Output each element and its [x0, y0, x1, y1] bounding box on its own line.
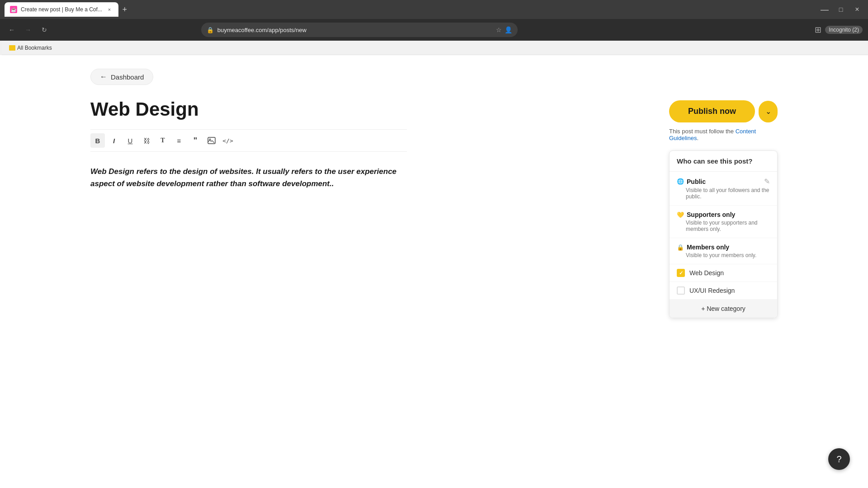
back-nav-button[interactable]: ←	[5, 23, 18, 36]
supporters-option-desc: Visible to your supporters and members o…	[686, 220, 770, 232]
members-option-desc: Visible to your members only.	[686, 252, 770, 258]
minimize-button[interactable]: —	[818, 3, 831, 16]
browser-toolbar: ← → ↻ 🔒 buymeacoffee.com/app/posts/new ☆…	[0, 19, 868, 41]
editor-area: Web Design B I U ⛓ T ≡ " </> Web Design …	[90, 99, 407, 190]
bookmark-folder-icon	[9, 45, 15, 51]
bold-button[interactable]: B	[90, 133, 105, 148]
visibility-section: Who can see this post? 🌐 Public ✎ Visibl…	[669, 150, 778, 318]
right-panel: Publish now ⌄ This post must follow the …	[669, 100, 778, 318]
code-button[interactable]: </>	[221, 133, 235, 148]
back-arrow-icon: ←	[100, 73, 107, 81]
italic-button[interactable]: I	[107, 133, 121, 148]
forward-nav-button[interactable]: →	[22, 23, 34, 36]
profile-icon[interactable]: 👤	[505, 26, 512, 33]
web-design-checkbox[interactable]	[677, 269, 685, 277]
bookmarks-label: All Bookmarks	[17, 45, 52, 51]
active-tab[interactable]: ☕ Create new post | Buy Me a Cof... ×	[5, 2, 118, 17]
star-icon[interactable]: ☆	[496, 26, 502, 33]
supporters-option-header: 💛 Supporters only	[677, 211, 770, 218]
image-button[interactable]	[204, 133, 219, 148]
browser-right-icons: ⊞ Incognito (2)	[815, 25, 863, 35]
post-body-content[interactable]: Web Design refers to the design of websi…	[90, 165, 407, 190]
address-icons: ☆ 👤	[496, 26, 512, 33]
page-content: ← Dashboard Web Design B I U ⛓ T ≡ " </>…	[0, 55, 868, 488]
maximize-button[interactable]: □	[835, 3, 847, 16]
content-guidelines-notice: This post must follow the Content Guidel…	[669, 128, 778, 141]
incognito-badge: Incognito (2)	[825, 26, 863, 34]
globe-icon: 🌐	[677, 178, 684, 185]
members-option-header: 🔒 Members only	[677, 244, 770, 251]
list-button[interactable]: ≡	[172, 133, 186, 148]
browser-chrome: ☕ Create new post | Buy Me a Cof... × + …	[0, 0, 868, 41]
new-category-button[interactable]: + New category	[670, 300, 777, 318]
link-button[interactable]: ⛓	[139, 133, 154, 148]
dashboard-label: Dashboard	[111, 73, 144, 81]
category-uxui-redesign[interactable]: UX/UI Redesign	[670, 282, 777, 300]
public-option-name: 🌐 Public	[677, 178, 706, 185]
new-tab-button[interactable]: +	[118, 3, 131, 16]
public-option-desc: Visible to all your followers and the pu…	[686, 187, 770, 200]
address-bar[interactable]: 🔒 buymeacoffee.com/app/posts/new ☆ 👤	[201, 23, 518, 37]
uxui-redesign-checkbox[interactable]	[677, 286, 685, 295]
tab-title: Create new post | Buy Me a Cof...	[21, 6, 102, 13]
supporters-option[interactable]: 💛 Supporters only Visible to your suppor…	[670, 206, 777, 238]
formatting-toolbar: B I U ⛓ T ≡ " </>	[90, 129, 407, 152]
quote-button[interactable]: "	[188, 133, 203, 148]
publish-dropdown-button[interactable]: ⌄	[759, 101, 778, 122]
svg-point-1	[209, 139, 211, 140]
category-web-design[interactable]: Web Design	[670, 264, 777, 282]
tab-favicon: ☕	[10, 6, 17, 13]
lock-icon: 🔒	[677, 244, 684, 251]
members-option[interactable]: 🔒 Members only Visible to your members o…	[670, 238, 777, 264]
post-title-input[interactable]: Web Design	[90, 99, 407, 120]
check-icon: ✎	[764, 177, 770, 186]
tab-close-button[interactable]: ×	[106, 6, 113, 13]
bookmarks-item[interactable]: All Bookmarks	[5, 44, 56, 52]
browser-titlebar: ☕ Create new post | Buy Me a Cof... × + …	[0, 0, 868, 19]
text-type-button[interactable]: T	[156, 133, 170, 148]
reload-button[interactable]: ↻	[38, 23, 51, 36]
url-text: buymeacoffee.com/app/posts/new	[217, 27, 492, 33]
heart-icon: 💛	[677, 211, 684, 218]
tab-bar: ☕ Create new post | Buy Me a Cof... × +	[5, 0, 131, 19]
help-button[interactable]: ?	[828, 448, 850, 470]
members-option-name: 🔒 Members only	[677, 244, 729, 251]
public-option[interactable]: 🌐 Public ✎ Visible to all your followers…	[670, 172, 777, 206]
publish-now-button[interactable]: Publish now	[669, 100, 755, 122]
supporters-option-name: 💛 Supporters only	[677, 211, 735, 218]
visibility-header: Who can see this post?	[670, 151, 777, 172]
bookmarks-bar: All Bookmarks	[0, 41, 868, 55]
lock-icon: 🔒	[207, 27, 214, 33]
underline-button[interactable]: U	[123, 133, 137, 148]
extensions-icon[interactable]: ⊞	[815, 25, 821, 35]
public-option-header: 🌐 Public ✎	[677, 177, 770, 186]
back-to-dashboard-button[interactable]: ← Dashboard	[90, 69, 153, 85]
window-close-button[interactable]: ×	[851, 3, 863, 16]
publish-row: Publish now ⌄	[669, 100, 778, 122]
